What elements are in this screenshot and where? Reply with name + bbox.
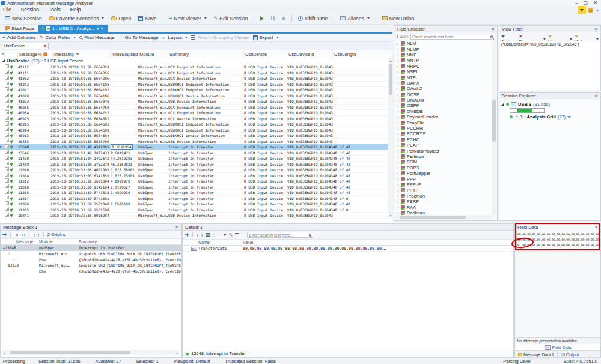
field-chooser-item[interactable]: ▷OAPX	[395, 80, 492, 86]
close-icon[interactable]: ✕	[594, 93, 598, 99]
expand-arrow-icon[interactable]: ▷	[397, 149, 399, 153]
field-chooser-item[interactable]: ▷NSPI	[395, 69, 492, 74]
table-row[interactable]: 410722015-10-19T10:59:36.6664195Microsof…	[0, 82, 388, 88]
expand-arrow-icon[interactable]: ▷	[397, 109, 399, 113]
go-to-message-button[interactable]: →Go To Message	[118, 35, 158, 40]
field-data-tab[interactable]: ALL Field Data	[515, 344, 600, 351]
stack-row[interactable]: └Microsoft_Win…Dispatch URB_FUNCTION_BUL…	[1, 251, 181, 257]
field-chooser-item[interactable]: ▷NNTP	[395, 58, 492, 63]
add-columns-button[interactable]: +Add Columns	[2, 35, 36, 40]
column-usb-length[interactable]: UsbLength	[333, 50, 357, 58]
field-data-hex-view[interactable]: 00,00,00,00,00,00,00,00,00,00,00,00,00,0…	[516, 231, 600, 249]
column-filter-input[interactable]: UsbDevice✕	[2, 43, 49, 49]
table-row[interactable]: 136482015-10-19T10:51:48.43120658.369995…	[0, 144, 388, 150]
field-chooser-item[interactable]: ▷NRPC	[395, 64, 492, 69]
color-rules-button[interactable]: ✎Color Rules	[40, 35, 76, 40]
column-usb-device[interactable]: UsbDevice	[244, 50, 287, 58]
field-chooser-item[interactable]: ▷OSPF	[395, 103, 492, 108]
expand-plus-icon[interactable]	[5, 150, 10, 156]
message-stack-horizontal-scrollbar[interactable]: ◂ ▸	[2, 350, 180, 355]
expand-plus-icon[interactable]	[5, 93, 10, 99]
history-dropdown-icon[interactable]	[596, 38, 599, 40]
close-icon[interactable]: ✕	[594, 225, 598, 230]
expand-plus-icon[interactable]	[5, 121, 10, 127]
table-row[interactable]: 410222015-10-19T10:59:36.6663045Microsof…	[0, 99, 388, 105]
menu-help[interactable]: Help	[70, 7, 81, 13]
stack-row[interactable]: 13648UsbSpecInterrupt In Transfer	[1, 245, 181, 251]
field-chooser-item[interactable]: ▷Perfmon	[395, 154, 492, 159]
expand-plus-icon[interactable]	[5, 167, 10, 172]
stack-column-module[interactable]: Module	[39, 240, 79, 244]
details-row[interactable]: ALLTransferData00,00,00,00,00,00,00,00,0…	[183, 246, 513, 252]
pause-button[interactable]	[269, 15, 277, 22]
close-icon[interactable]: ✕	[491, 26, 495, 32]
field-chooser-item[interactable]: ▷POP3	[395, 165, 492, 171]
field-chooser-horizontal-scrollbar[interactable]	[395, 215, 493, 220]
new-session-button[interactable]: New Session	[2, 14, 44, 23]
field-chooser-item[interactable]: ▷PCHC	[395, 137, 492, 142]
expand-arrow-icon[interactable]: ▷	[397, 99, 399, 102]
details-search[interactable]	[247, 232, 313, 238]
row-marker-column-header[interactable]: ⚑	[0, 50, 5, 58]
open-button[interactable]: Open	[109, 14, 133, 23]
field-chooser-item[interactable]: ▷NLM	[395, 41, 492, 46]
expand-arrow-icon[interactable]: ▷	[397, 132, 399, 136]
tab-start-page[interactable]: Start Page	[2, 25, 38, 32]
expand-plus-icon[interactable]	[5, 173, 10, 178]
view-tree-item[interactable]: 1 : Analysis Grid (27)	[501, 114, 599, 120]
expand-plus-icon[interactable]	[5, 201, 10, 207]
table-row[interactable]: 110122015-10-19T10:33:01.36018944.099997…	[0, 178, 388, 184]
expand-plus-icon[interactable]	[5, 116, 10, 121]
expand-arrow-icon[interactable]: ▷	[397, 42, 399, 46]
expand-plus-icon[interactable]	[5, 99, 10, 104]
field-chooser-vertical-scrollbar[interactable]	[492, 41, 496, 215]
column-alert[interactable]	[42, 50, 50, 58]
expand-arrow-icon[interactable]: ▷	[397, 104, 399, 108]
field-chooser-item[interactable]: ▷RAA	[395, 204, 492, 210]
remove-dropdown-icon[interactable]	[543, 38, 546, 40]
expand-arrow-icon[interactable]: ▷	[397, 138, 399, 141]
expand-plus-icon[interactable]	[5, 156, 10, 161]
expand-plus-icon[interactable]	[5, 127, 10, 133]
field-chooser-item[interactable]: ▷PPTP	[395, 187, 492, 193]
expand-plus-icon[interactable]	[5, 82, 10, 87]
expand-arrow-icon[interactable]: ▷	[397, 47, 399, 51]
clear-filter-icon[interactable]: ✕	[43, 44, 47, 49]
expand-arrow-icon[interactable]: ▷	[397, 70, 399, 74]
expand-arrow-icon[interactable]: ▷	[397, 166, 399, 169]
field-chooser-item[interactable]: ▷OCSP	[395, 92, 492, 97]
save-button[interactable]: Save	[136, 14, 159, 23]
tab-close-icon[interactable]: ✕	[100, 26, 104, 31]
expand-plus-icon[interactable]	[5, 105, 10, 110]
table-row[interactable]: 409552015-10-19T10:59:36.6634760Microsof…	[0, 105, 388, 111]
menu-session[interactable]: Session	[21, 7, 39, 13]
expand-plus-icon[interactable]	[5, 139, 10, 144]
paw-icon[interactable]: ∴	[213, 233, 215, 237]
table-row[interactable]: 110142015-10-19T10:33:03.63418551,076.73…	[0, 173, 388, 179]
icon-column-header[interactable]	[10, 50, 18, 58]
expand-arrow-icon[interactable]: ▷	[397, 127, 399, 130]
grid-vertical-scrollbar[interactable]: ▲ ▼	[388, 58, 392, 218]
expand-arrow-icon[interactable]: ▷	[397, 160, 399, 164]
expand-arrow-icon[interactable]: ▷	[397, 144, 399, 147]
stack-column-summary[interactable]: Summary	[79, 240, 181, 244]
table-row[interactable]: 409542015-10-19T10:59:36.6634757Microsof…	[0, 110, 388, 116]
table-row[interactable]: 110072015-10-19T10:32:59.8741592UsbSpecI…	[0, 196, 388, 202]
field-chooser-item[interactable]: ▷NMF	[395, 52, 492, 58]
field-chooser-item[interactable]: ▷NTP	[395, 74, 492, 80]
table-row[interactable]: 409152015-10-19T10:59:36.6634593Microsof…	[0, 121, 388, 127]
table-row[interactable]: 411122015-10-19T10:59:36.6664359Microsof…	[0, 64, 388, 70]
expand-plus-icon[interactable]	[5, 213, 10, 218]
aliases-button[interactable]: Aliases	[338, 14, 371, 23]
field-chooser-item[interactable]: ▷Radiotap	[395, 210, 492, 215]
expand-arrow-icon[interactable]: ▷	[397, 115, 399, 119]
expand-plus-icon[interactable]	[5, 87, 10, 93]
expand-plus-icon[interactable]	[5, 133, 10, 138]
column-usb-device-id[interactable]: UsbDeviceId	[287, 50, 333, 58]
stack-row[interactable]: 13933Microsoft_Win…Complete URB_FUNCTION…	[1, 262, 181, 268]
table-row[interactable]: 410822015-10-19T10:59:36.6664286Microsof…	[0, 76, 388, 82]
field-chooser-item[interactable]: ▷PortMapper	[395, 171, 492, 176]
edit-icon[interactable]: ✎	[229, 232, 233, 238]
expand-arrow-icon[interactable]: ▷	[397, 194, 399, 198]
tab-usb3-analysis[interactable]: 1 : USB 3 : Analys... ▾ ✕	[38, 25, 108, 32]
